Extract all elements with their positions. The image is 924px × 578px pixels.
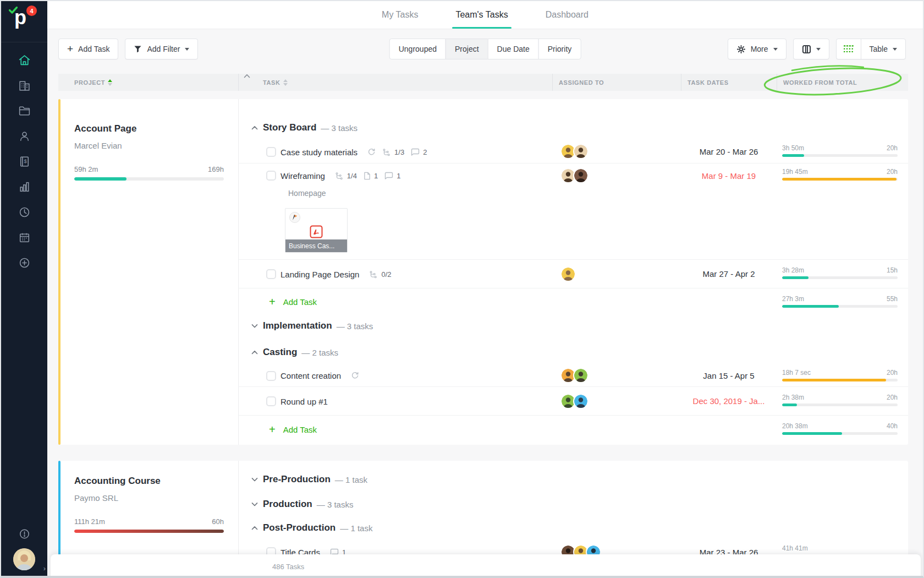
attachment-app-icon [289,212,300,223]
sort-icon [108,79,112,86]
sidebar-nav: $ [1,42,47,270]
comments-icon [384,172,393,179]
project-budget: 169h [208,165,224,173]
segment-project[interactable]: Project [446,39,488,59]
add-task-link[interactable]: Add Task [283,425,317,434]
group-by-segmented-control: Ungrouped Project Due Date Priority [389,39,581,59]
subtasks-icon [335,172,344,180]
bar-chart-icon [18,180,31,194]
tab-teams-tasks[interactable]: Team's Tasks [452,1,511,29]
sidebar-bottom: › [1,526,47,570]
comments-icon [411,148,420,156]
column-header-worked-from-total[interactable]: WORKED FROM TOTAL [783,74,857,91]
add-task-row: + Add Task 20h 38m40h [238,416,908,443]
segment-ungrouped[interactable]: Ungrouped [389,39,446,59]
table-view-icon-button[interactable] [836,39,861,59]
sidebar-item-clients[interactable] [17,78,31,92]
sidebar-item-alerts[interactable] [17,526,31,541]
worked-bar [782,379,898,381]
column-header-project[interactable]: PROJECT [74,74,112,91]
view-switcher: Table [836,39,906,59]
task-group-casting[interactable]: Casting — 2 tasks [238,340,908,364]
sort-icon [283,79,288,86]
task-dates: Mar 20 - Mar 26 [681,140,777,163]
sidebar-item-home[interactable] [17,53,31,67]
columns-button[interactable] [793,39,829,59]
sidebar: p 4 $ [1,1,47,576]
table-grid-icon [844,45,854,53]
task-checkbox[interactable] [266,269,276,279]
column-header-assigned-to[interactable]: ASSIGNED TO [559,74,604,91]
task-subtitle: Homepage [288,189,908,198]
project-worked-time: 111h 21m [74,517,105,526]
tab-my-tasks[interactable]: My Tasks [378,1,421,29]
collapse-all-chevron-icon[interactable] [244,74,250,78]
sidebar-item-team[interactable] [17,129,31,143]
home-icon [18,53,31,67]
subtasks-icon [369,270,378,279]
project-name: Accounting Course [74,476,161,487]
task-group-post-production[interactable]: Post-Production — 1 task [238,516,908,540]
project-name: Account Page [74,123,136,134]
task-dates: Jan 15 - Apr 5 [681,364,777,386]
chevron-down-icon [251,477,258,482]
task-row-case-study-materials[interactable]: Case study materials 1/3 2 Mar 2 [238,140,908,163]
caret-down-icon [893,48,897,51]
clock-icon [18,205,31,219]
add-task-button[interactable]: + Add Task [58,39,118,59]
notification-badge[interactable]: 4 [25,4,38,17]
table-view-dropdown[interactable]: Table [861,39,906,59]
worked-bar [782,305,898,308]
table-header: PROJECT TASK ASSIGNED TO TASK DATES WORK… [58,74,908,91]
task-checkbox[interactable] [266,171,276,181]
sidebar-item-projects[interactable] [17,103,31,118]
recurring-icon [351,372,359,380]
column-header-task[interactable]: TASK [263,74,288,91]
collapse-chevron-icon[interactable]: › [43,564,46,572]
task-row-round-up-1[interactable]: Round up #1 Dec 30, 2019 - Ja... 2h 38m2… [238,387,908,416]
task-group-story-board[interactable]: Story Board — 3 tasks [238,116,908,140]
attachment-name: Business Cas... [285,239,347,252]
task-group-implementation[interactable]: Implementation — 3 tasks [238,315,908,337]
files-icon [364,172,371,180]
task-checkbox[interactable] [266,371,276,381]
sidebar-item-invoices[interactable]: $ [17,154,31,168]
attachment-thumbnail[interactable]: Business Cas... [285,208,348,253]
user-avatar-image [13,548,35,570]
assignee-avatars [560,140,588,163]
task-checkbox[interactable] [266,396,276,406]
add-task-plus-icon[interactable]: + [269,424,276,435]
worked-bar [782,178,898,181]
task-dates: Dec 30, 2019 - Ja... [681,387,777,415]
svg-text:$: $ [24,159,27,164]
project-progress-bar [74,177,224,181]
add-task-plus-icon[interactable]: + [269,296,276,307]
task-group-production[interactable]: Production — 3 tasks [238,493,908,516]
more-button[interactable]: More [728,39,787,59]
user-avatar[interactable] [13,548,35,570]
footer-bar: 486 Tasks [51,554,921,578]
worked-from-total: 19h 45m20h [782,168,898,181]
tab-dashboard[interactable]: Dashboard [542,1,592,29]
logo-area[interactable]: p 4 [1,1,47,42]
add-task-link[interactable]: Add Task [283,297,317,307]
sidebar-item-scheduling[interactable] [17,230,31,244]
segment-priority[interactable]: Priority [538,39,581,59]
project-client: Marcel Evian [74,141,122,150]
app-window: p 4 $ [0,0,924,578]
calendar-icon [18,231,31,244]
segment-due-date[interactable]: Due Date [488,39,539,59]
column-header-task-dates[interactable]: TASK DATES [688,74,729,91]
worked-from-total: 18h 7 sec20h [782,369,898,381]
sidebar-item-time[interactable] [17,205,31,219]
project-card[interactable]: Account Page Marcel Evian 59h 2m 169h [58,99,239,445]
project-progress: 59h 2m 169h [74,165,224,181]
task-row-content-creation[interactable]: Content creation Jan 15 - Apr 5 18h 7 se… [238,364,908,387]
sidebar-item-add[interactable] [17,255,31,270]
sidebar-item-reports[interactable] [17,179,31,194]
task-checkbox[interactable] [266,147,276,157]
task-group-pre-production[interactable]: Pre-Production — 1 task [238,466,908,493]
task-row-wireframing[interactable]: Wireframing 1/4 1 1 Homepage [238,163,908,260]
add-filter-button[interactable]: Add Filter [125,39,198,59]
task-row-landing-page-design[interactable]: Landing Page Design 0/2 Mar 27 - Apr 2 3… [238,260,908,288]
